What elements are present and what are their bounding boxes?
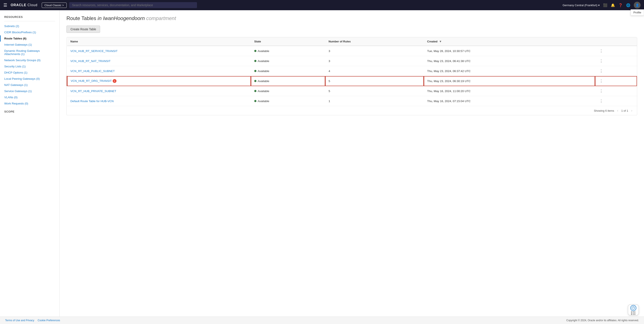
main-layout: Resources Subnets (2)CIDR Blocks/Prefixe… [0, 10, 644, 324]
row-actions-button[interactable]: ⋮ [598, 98, 604, 104]
grid-dots-icon [631, 311, 636, 315]
table-cell-rules: 5 [325, 86, 424, 96]
table-cell-created: Thu, May 16, 2024, 11:00:20 UTC [424, 86, 595, 96]
col-rules: Number of Rules [325, 37, 424, 46]
col-state: State [251, 37, 325, 46]
table-cell-actions: ⋮ [595, 56, 637, 66]
help-ring-icon: ? [630, 305, 636, 311]
table-cell-state: Available [251, 46, 325, 56]
table-cell-rules: 1 [325, 96, 424, 106]
table-cell-actions: ⋮ [595, 96, 637, 106]
route-table-link[interactable]: VCN_HUB_RT_DRG_TRANSIT [71, 79, 112, 83]
sidebar-item[interactable]: DHCP Options (1) [0, 70, 60, 76]
route-table-link[interactable]: VCN_HUB_RT_NAT_TRANSIT [70, 60, 111, 63]
sidebar-item-label: Security Lists (1) [4, 65, 26, 68]
sidebar-item[interactable]: Dynamic Routing Gateways Attachments (1) [0, 48, 60, 57]
table-cell-created: Thu, May 23, 2024, 06:41:38 UTC [424, 56, 595, 66]
sidebar-divider [4, 21, 55, 21]
status-dot-icon [254, 80, 256, 82]
sidebar-item-label: Route Tables (6) [4, 37, 26, 40]
status-dot-icon [254, 90, 256, 92]
sidebar-item[interactable]: Security Lists (1) [0, 63, 60, 70]
sidebar-item[interactable]: VLANs (0) [0, 94, 60, 100]
copyright-text: Copyright © 2024, Oracle and/or its affi… [566, 319, 639, 322]
help-fab-button[interactable]: ? [628, 304, 639, 315]
showing-items-text: Showing 6 items [594, 109, 614, 112]
row-actions-button[interactable]: ⋮ [598, 68, 604, 74]
sidebar-item[interactable]: Subnets (2) [0, 23, 60, 29]
sidebar-item[interactable]: NAT Gateways (1) [0, 82, 60, 88]
table-cell-state: Available [251, 96, 325, 106]
create-route-table-button[interactable]: Create Route Table [66, 26, 100, 33]
sidebar-item[interactable]: CIDR Blocks/Prefixes (1) [0, 29, 60, 35]
sidebar-item[interactable]: Work Requests (0) [0, 100, 60, 107]
table-body: VCN_HUB_RT_SERVICE_TRANSITAvailable3Tue,… [67, 46, 637, 106]
scope-section-title: Scope [0, 107, 60, 114]
search-input[interactable] [69, 2, 197, 8]
top-navigation: ☰ ORACLE Cloud Cloud Classic > Germany C… [0, 0, 644, 10]
sidebar-item[interactable]: Network Security Groups (0) [0, 57, 60, 63]
row-actions-button[interactable]: ⋮ [598, 48, 604, 54]
table-cell-state: Available [251, 56, 325, 66]
sidebar-item-label: Internet Gateways (1) [4, 43, 32, 46]
bell-icon[interactable]: 🔔 [611, 3, 615, 7]
cloud-classic-button[interactable]: Cloud Classic > [42, 3, 67, 8]
table-row: VCN_RT_HUB_PUBLIC_SUBNETAvailable4Thu, M… [67, 66, 637, 76]
route-tables-table: Name State Number of Rules Created ▼ VCN… [67, 37, 637, 106]
sidebar-items: Subnets (2)CIDR Blocks/Prefixes (1)Route… [0, 23, 60, 107]
table-cell-state: Available [251, 86, 325, 96]
col-name: Name [67, 37, 251, 46]
state-text: Available [258, 60, 270, 63]
terminal-icon[interactable]: ⬛ [603, 3, 607, 7]
table-row: VCN_RT_HUB_PRIVATE_SUBNETAvailable5Thu, … [67, 86, 637, 96]
route-table-link[interactable]: VCN_HUB_RT_SERVICE_TRANSIT [70, 50, 118, 53]
sidebar: Resources Subnets (2)CIDR Blocks/Prefixe… [0, 10, 60, 324]
sidebar-item[interactable]: Local Peering Gateways (0) [0, 76, 60, 82]
table-cell-actions: ⋮ [595, 66, 637, 76]
sidebar-item[interactable]: Route Tables (6) [0, 35, 60, 42]
table-header: Name State Number of Rules Created ▼ [67, 37, 637, 46]
avatar[interactable]: 👤 [634, 2, 640, 9]
table-cell-actions: ⋮ [595, 46, 637, 56]
globe-icon[interactable]: 🌐 [626, 3, 630, 7]
notification-badge: 1 [113, 79, 116, 83]
next-page-button[interactable]: › [630, 108, 634, 113]
row-actions-button[interactable]: ⋮ [598, 58, 604, 64]
terms-link[interactable]: Terms of Use and Privacy [5, 319, 34, 322]
page-title-prefix: Route Tables [66, 15, 96, 21]
row-actions-button[interactable]: ⋮ [598, 88, 604, 94]
prev-page-button[interactable]: ‹ [616, 108, 620, 113]
sidebar-item[interactable]: Internet Gateways (1) [0, 42, 60, 48]
sidebar-item-label: Local Peering Gateways (0) [4, 77, 40, 80]
sidebar-item-label: Subnets (2) [4, 25, 19, 28]
row-actions-button[interactable]: ⋮ [598, 78, 604, 84]
state-text: Available [258, 80, 270, 83]
route-table-link[interactable]: Default Route Table for HUB-VCN [70, 100, 114, 103]
table-row: VCN_HUB_RT_DRG_TRANSIT1Available5Thu, Ma… [67, 76, 637, 86]
cookie-preferences-link[interactable]: Cookie Preferences [38, 319, 60, 322]
table-footer: Showing 6 items ‹ 1 of 1 › [67, 106, 637, 115]
status-dot-icon [254, 60, 256, 62]
sidebar-item[interactable]: Service Gateways (1) [0, 88, 60, 94]
table-row: Default Route Table for HUB-VCNAvailable… [67, 96, 637, 106]
status-dot-icon [254, 50, 256, 52]
table-cell-actions: ⋮ [595, 86, 637, 96]
chevron-down-icon: ▾ [598, 4, 600, 7]
help-circle-icon[interactable]: ❓ [618, 3, 623, 7]
route-table-link[interactable]: VCN_RT_HUB_PUBLIC_SUBNET [70, 70, 115, 73]
sort-arrow-icon: ▼ [439, 40, 442, 43]
table-cell-name: VCN_RT_HUB_PUBLIC_SUBNET [67, 66, 251, 76]
nav-right-section: Germany Central (Frankfurt) ▾ ⬛ 🔔 ❓ 🌐 👤 … [563, 2, 640, 9]
table-cell-name: VCN_HUB_RT_DRG_TRANSIT1 [67, 76, 251, 86]
region-selector[interactable]: Germany Central (Frankfurt) ▾ [563, 4, 600, 7]
route-table-link[interactable]: VCN_RT_HUB_PRIVATE_SUBNET [70, 90, 116, 93]
sidebar-item-label: CIDR Blocks/Prefixes (1) [4, 31, 36, 34]
route-tables-table-container: Name State Number of Rules Created ▼ VCN… [66, 37, 637, 115]
question-mark-icon: ? [632, 306, 635, 310]
table-cell-rules: 3 [325, 46, 424, 56]
state-text: Available [258, 50, 270, 53]
status-dot-icon [254, 70, 256, 72]
hamburger-menu-icon[interactable]: ☰ [4, 3, 7, 8]
sidebar-item-label: Work Requests (0) [4, 102, 28, 105]
col-created[interactable]: Created ▼ [424, 37, 595, 46]
